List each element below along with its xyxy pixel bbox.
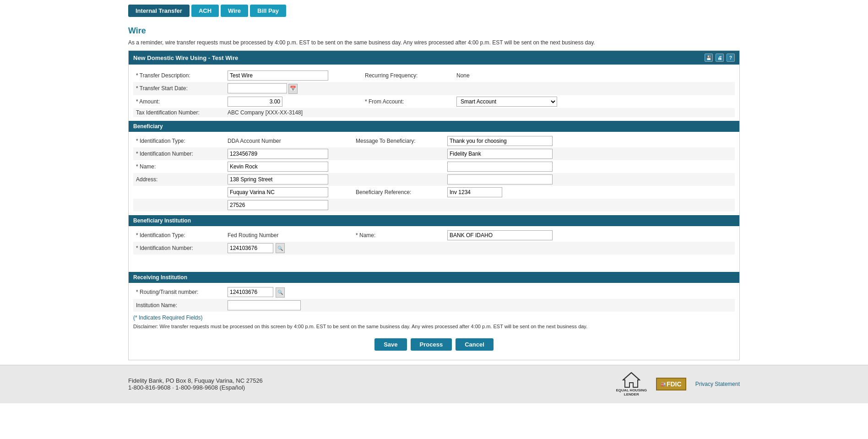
recurring-freq-value: None (456, 72, 470, 79)
bi-id-type-value: Fed Routing Number (228, 232, 278, 238)
bene-name-input[interactable] (228, 162, 328, 172)
privacy-statement-link[interactable]: Privacy Statement (695, 381, 740, 387)
bi-id-number-label: * Identification Number: (136, 245, 193, 251)
svg-marker-0 (623, 373, 640, 387)
footer-logos: EQUAL HOUSINGLENDER 🏭 FDIC Privacy State… (616, 372, 740, 397)
footer: Fidelity Bank, PO Box 8, Fuquay Varina, … (0, 365, 868, 403)
footer-bank-info: Fidelity Bank, PO Box 8, Fuquay Varina, … (128, 377, 263, 391)
wire-form-panel: New Domestic Wire Using - Test Wire 💾 🖨 … (128, 50, 740, 360)
routing-search-button[interactable]: 🔍 (276, 287, 285, 298)
address3-input[interactable] (228, 200, 328, 210)
svg-line-2 (631, 373, 640, 380)
recurring-freq-label: Recurring Frequency: (365, 72, 418, 79)
bi-name-label: * Name: (356, 232, 375, 238)
panel-header: New Domestic Wire Using - Test Wire 💾 🖨 … (129, 51, 739, 65)
bene-name-label: * Name: (136, 163, 156, 170)
address-label: Address: (136, 176, 157, 183)
footer-bank-name: Fidelity Bank, PO Box 8, Fuquay Varina, … (128, 377, 263, 384)
address2-input[interactable] (228, 187, 328, 197)
print-icon[interactable]: 🖨 (716, 54, 724, 62)
bi-id-number-input[interactable] (228, 243, 273, 253)
footer-phone: 1-800-816-9608 · 1-800-998-9608 (Español… (128, 384, 263, 391)
transfer-start-date-input[interactable] (228, 83, 287, 93)
receiving-institution-header: Receiving Institution (129, 272, 739, 283)
receiving-institution-table: * Routing/Transit number: 🔍 Institution … (133, 286, 735, 312)
bi-name-input[interactable] (447, 230, 553, 240)
save-button[interactable]: Save (374, 338, 407, 351)
tax-id-label: Tax Identification Number: (136, 109, 200, 116)
panel-header-icons: 💾 🖨 ? (705, 54, 735, 62)
page-title: Wire (128, 26, 740, 36)
from-account-label: * From Account: (365, 98, 404, 105)
internal-transfer-button[interactable]: Internal Transfer (128, 5, 190, 17)
bi-id-type-label: * Identification Type: (136, 232, 185, 238)
msg-to-bene-label: Message To Beneficiary: (356, 138, 416, 144)
beneficiary-form-table: * Identification Type: DDA Account Numbe… (133, 135, 735, 211)
routing-input[interactable] (228, 287, 273, 297)
amount-input[interactable] (228, 97, 282, 107)
address1-input[interactable] (228, 174, 328, 184)
fdic-text: FDIC (667, 380, 682, 388)
amount-label: * Amount: (136, 98, 160, 105)
svg-line-1 (623, 373, 631, 380)
required-fields-note: (* Indicates Required Fields) (133, 314, 735, 321)
bene-ref-input[interactable] (447, 187, 502, 197)
bene-ref-label: Beneficiary Reference: (356, 189, 411, 195)
tax-id-value: ABC Company [XXX-XX-3148] (228, 109, 303, 116)
reminder-text: As a reminder, wire transfer requests mu… (128, 39, 740, 46)
ehl-logo: EQUAL HOUSINGLENDER (616, 372, 647, 397)
id-number-label: * Identification Number: (136, 151, 193, 157)
panel-body: * Transfer Description: Recurring Freque… (129, 65, 739, 360)
routing-label: * Routing/Transit number: (136, 289, 198, 295)
ehl-house-svg (622, 372, 640, 388)
institution-name-label: Institution Name: (136, 302, 177, 309)
wire-button[interactable]: Wire (221, 5, 248, 17)
msg4-input[interactable] (447, 174, 553, 184)
save-icon[interactable]: 💾 (705, 54, 713, 62)
from-account-select[interactable]: Smart Account (456, 97, 557, 107)
transfer-start-date-label: * Transfer Start Date: (136, 85, 188, 92)
bill-pay-button[interactable]: Bill Pay (250, 5, 286, 17)
msg3-input[interactable] (447, 162, 553, 172)
msg1-input[interactable] (447, 136, 553, 146)
cancel-button[interactable]: Cancel (456, 338, 494, 351)
id-type-value: DDA Account Number (228, 138, 281, 144)
help-icon[interactable]: ? (727, 54, 735, 62)
msg2-input[interactable] (447, 149, 553, 159)
institution-name-input[interactable] (228, 300, 301, 310)
transfer-desc-label: * Transfer Description: (136, 72, 190, 79)
main-content: Wire As a reminder, wire transfer reques… (0, 22, 868, 360)
beneficiary-section-header: Beneficiary (129, 121, 739, 132)
calendar-button[interactable]: 📅 (288, 84, 298, 94)
bi-search-button[interactable]: 🔍 (276, 243, 285, 253)
top-navigation: Internal Transfer ACH Wire Bill Pay (0, 0, 868, 22)
disclaimer-text: Disclaimer: Wire transfer requests must … (133, 324, 735, 329)
bene-institution-header: Beneficiary Institution (129, 215, 739, 226)
fdic-logo: 🏭 FDIC (656, 378, 686, 390)
panel-title: New Domestic Wire Using - Test Wire (133, 54, 238, 61)
action-buttons: Save Process Cancel (133, 334, 735, 355)
id-number-input[interactable] (228, 149, 328, 159)
ach-button[interactable]: ACH (191, 5, 219, 17)
main-form-table: * Transfer Description: Recurring Freque… (133, 69, 735, 117)
process-button[interactable]: Process (411, 338, 452, 351)
bene-institution-table: * Identification Type: Fed Routing Numbe… (133, 229, 735, 269)
transfer-description-input[interactable] (228, 70, 328, 81)
id-type-label: * Identification Type: (136, 138, 185, 144)
